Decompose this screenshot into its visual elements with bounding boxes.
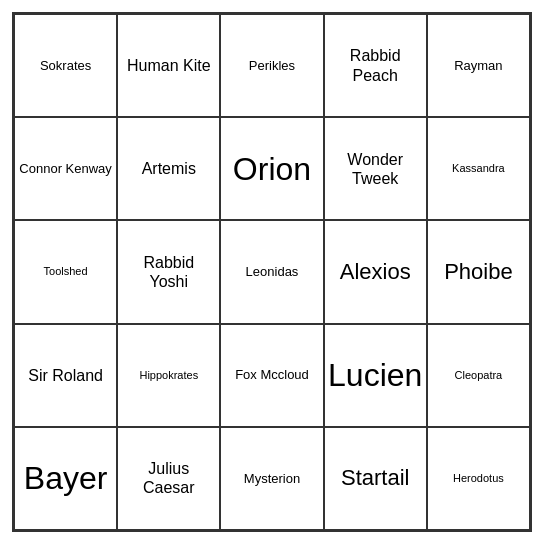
bingo-cell-18: Lucien: [324, 324, 427, 427]
cell-text-12: Leonidas: [246, 264, 299, 280]
bingo-cell-10: Toolshed: [14, 220, 117, 323]
bingo-cell-13: Alexios: [324, 220, 427, 323]
bingo-cell-2: Perikles: [220, 14, 323, 117]
bingo-cell-19: Cleopatra: [427, 324, 530, 427]
cell-text-14: Phoibe: [444, 259, 513, 285]
bingo-cell-3: Rabbid Peach: [324, 14, 427, 117]
bingo-cell-7: Orion: [220, 117, 323, 220]
bingo-cell-6: Artemis: [117, 117, 220, 220]
bingo-cell-14: Phoibe: [427, 220, 530, 323]
bingo-cell-8: Wonder Tweek: [324, 117, 427, 220]
cell-text-11: Rabbid Yoshi: [122, 253, 215, 291]
bingo-cell-5: Connor Kenway: [14, 117, 117, 220]
cell-text-5: Connor Kenway: [19, 161, 112, 177]
bingo-grid: SokratesHuman KitePeriklesRabbid PeachRa…: [12, 12, 532, 532]
bingo-cell-21: Julius Caesar: [117, 427, 220, 530]
cell-text-4: Rayman: [454, 58, 502, 74]
bingo-cell-23: Startail: [324, 427, 427, 530]
cell-text-19: Cleopatra: [455, 369, 503, 382]
cell-text-15: Sir Roland: [28, 366, 103, 385]
cell-text-10: Toolshed: [44, 265, 88, 278]
cell-text-16: Hippokrates: [139, 369, 198, 382]
cell-text-24: Herodotus: [453, 472, 504, 485]
cell-text-17: Fox Mccloud: [235, 367, 309, 383]
bingo-cell-22: Mysterion: [220, 427, 323, 530]
bingo-cell-9: Kassandra: [427, 117, 530, 220]
bingo-cell-12: Leonidas: [220, 220, 323, 323]
cell-text-22: Mysterion: [244, 471, 300, 487]
cell-text-8: Wonder Tweek: [329, 150, 422, 188]
cell-text-1: Human Kite: [127, 56, 211, 75]
cell-text-3: Rabbid Peach: [329, 46, 422, 84]
cell-text-20: Bayer: [24, 459, 108, 497]
bingo-cell-24: Herodotus: [427, 427, 530, 530]
cell-text-23: Startail: [341, 465, 409, 491]
bingo-cell-16: Hippokrates: [117, 324, 220, 427]
cell-text-21: Julius Caesar: [122, 459, 215, 497]
cell-text-0: Sokrates: [40, 58, 91, 74]
bingo-cell-17: Fox Mccloud: [220, 324, 323, 427]
bingo-cell-11: Rabbid Yoshi: [117, 220, 220, 323]
bingo-cell-0: Sokrates: [14, 14, 117, 117]
bingo-cell-4: Rayman: [427, 14, 530, 117]
cell-text-7: Orion: [233, 150, 311, 188]
bingo-cell-20: Bayer: [14, 427, 117, 530]
cell-text-13: Alexios: [340, 259, 411, 285]
cell-text-6: Artemis: [142, 159, 196, 178]
bingo-cell-1: Human Kite: [117, 14, 220, 117]
cell-text-2: Perikles: [249, 58, 295, 74]
bingo-cell-15: Sir Roland: [14, 324, 117, 427]
cell-text-18: Lucien: [328, 356, 422, 394]
cell-text-9: Kassandra: [452, 162, 505, 175]
